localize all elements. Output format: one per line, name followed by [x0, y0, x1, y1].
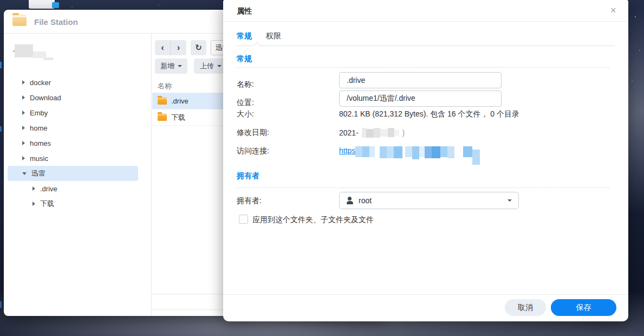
sidebar-item-music[interactable]: music [8, 151, 138, 166]
column-header-label: 名称 [158, 81, 172, 91]
section-heading-owner: 拥有者 [237, 171, 259, 181]
chevron-down-icon [217, 65, 222, 67]
name-input[interactable] [339, 72, 502, 88]
caret-down-icon[interactable] [22, 172, 27, 175]
desktop-icon-fragment [29, 0, 55, 9]
properties-dialog: 属性 ✕ 常规 权限 常规 名称: 位置: 大小: 802.1 KB (821,… [223, 0, 628, 321]
owner-value: root [359, 196, 508, 205]
sidebar-item-homes[interactable]: homes [8, 135, 138, 151]
active-tab-notch [253, 42, 261, 49]
caret-right-icon[interactable] [22, 95, 25, 100]
tab-general[interactable]: 常规 [237, 31, 252, 41]
desktop-edge-fragment [0, 301, 2, 308]
name-label: 名称: [237, 80, 254, 89]
modified-value: 2021- ) [339, 128, 405, 138]
desktop-icon-badge [52, 2, 59, 8]
file-name: 下载 [171, 113, 185, 122]
sidebar-item-xunlei[interactable]: 迅雷 [8, 166, 138, 181]
new-button-label: 新增 [160, 61, 174, 71]
modified-date-suffix: ) [402, 128, 405, 137]
sidebar-item-xiazai[interactable]: 下载 [8, 196, 138, 211]
upload-button-label: 上传 [200, 61, 214, 71]
caret-right-icon[interactable] [22, 111, 25, 115]
forward-button[interactable]: › [171, 40, 186, 55]
size-value: 802.1 KB (821,312 Bytes). 包含 16 个文件， 0 个… [339, 109, 519, 119]
caret-right-icon[interactable] [32, 186, 35, 191]
desktop-edge-fragment [0, 62, 2, 68]
new-button[interactable]: 新增 [155, 59, 187, 74]
sidebar: docker Download Emby home homes music [4, 34, 152, 316]
access-link[interactable]: https [339, 146, 480, 165]
folder-tree: docker Download Emby home homes music [4, 75, 151, 211]
dialog-header: 属性 ✕ [223, 0, 628, 22]
sidebar-item-emby[interactable]: Emby [8, 105, 138, 120]
section-divider [237, 188, 609, 188]
desktop-edge-fragment [0, 126, 2, 132]
link-text[interactable]: https [339, 146, 355, 155]
section-heading-general: 常规 [237, 54, 252, 64]
apply-checkbox[interactable] [239, 215, 248, 224]
dialog-title: 属性 [237, 7, 252, 16]
sidebar-item-label: homes [30, 139, 51, 147]
sidebar-item-home[interactable]: home [8, 120, 138, 135]
sidebar-item-label: docker [30, 79, 51, 87]
link-label: 访问连接: [237, 146, 269, 156]
cancel-button[interactable]: 取消 [505, 299, 546, 316]
redacted-server-name [43, 57, 53, 60]
folder-icon [158, 98, 167, 105]
owner-dropdown[interactable]: root [339, 192, 519, 209]
caret-right-icon[interactable] [22, 141, 25, 145]
dialog-tabs: 常规 权限 [237, 31, 281, 41]
caret-right-icon[interactable] [22, 156, 25, 160]
sidebar-item-label: Emby [30, 109, 48, 117]
sidebar-item-docker[interactable]: docker [8, 75, 138, 90]
wallpaper-stars [635, 16, 636, 17]
chevron-down-icon [178, 65, 182, 67]
nav-button-group: ‹ › [155, 40, 186, 55]
redacted-server-name [15, 44, 33, 57]
back-button[interactable]: ‹ [155, 40, 171, 55]
chevron-down-icon [508, 199, 512, 202]
caret-right-icon[interactable] [32, 202, 35, 206]
modified-label: 修改日期: [237, 128, 269, 138]
sidebar-item-label: music [30, 154, 48, 163]
apply-checkbox-label: 应用到这个文件夹、子文件夹及文件 [252, 215, 374, 225]
save-button[interactable]: 保存 [551, 299, 616, 316]
tab-permissions[interactable]: 权限 [266, 31, 281, 41]
caret-right-icon[interactable] [22, 80, 25, 85]
file-station-app-icon [12, 15, 27, 26]
close-icon[interactable]: ✕ [610, 6, 616, 15]
sidebar-item-label: home [30, 124, 48, 132]
tab-underline [237, 46, 615, 46]
user-icon [346, 197, 354, 204]
sidebar-item-label: .drive [40, 185, 57, 193]
dialog-footer: 取消 保存 [223, 294, 628, 321]
modified-date-prefix: 2021- [339, 128, 359, 137]
redacted-date-blur [362, 128, 399, 138]
location-label: 位置: [237, 98, 254, 108]
folder-icon [158, 114, 167, 121]
section-divider [237, 67, 609, 68]
file-name: .drive [171, 97, 188, 105]
sidebar-item-label: Download [30, 94, 61, 102]
app-title: File Station [34, 17, 78, 27]
size-label: 大小: [237, 109, 254, 119]
sidebar-item-drive[interactable]: .drive [8, 181, 138, 196]
caret-right-icon[interactable] [22, 126, 25, 130]
redacted-link-blur [355, 146, 480, 165]
refresh-button[interactable]: ↻ [191, 40, 206, 55]
sidebar-item-download[interactable]: Download [8, 90, 138, 105]
location-input[interactable] [339, 91, 502, 107]
sidebar-item-label: 迅雷 [31, 169, 45, 178]
upload-button[interactable]: 上传 [194, 59, 227, 74]
owner-label: 拥有者: [237, 196, 262, 206]
sidebar-item-label: 下载 [40, 199, 54, 209]
